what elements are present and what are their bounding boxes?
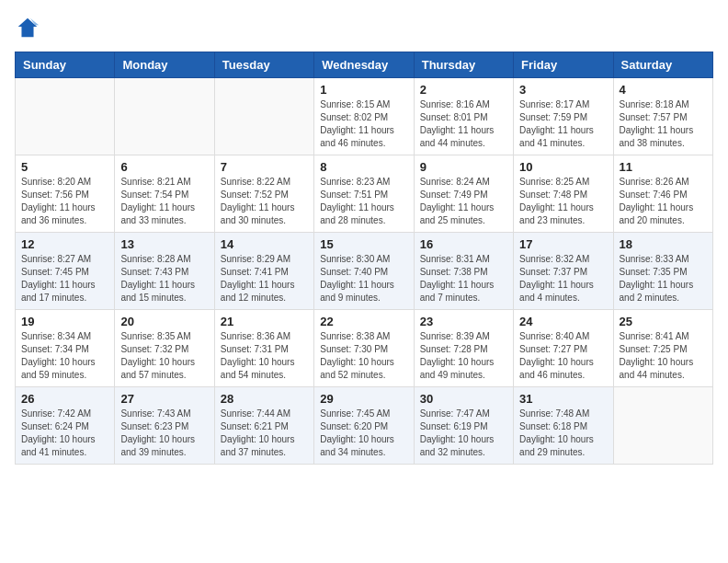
day-number: 9 <box>420 160 507 174</box>
calendar-cell: 31Sunrise: 7:48 AM Sunset: 6:18 PM Dayli… <box>514 387 613 465</box>
day-info: Sunrise: 8:32 AM Sunset: 7:37 PM Dayligh… <box>519 253 607 304</box>
svg-marker-0 <box>18 18 38 38</box>
day-info: Sunrise: 7:48 AM Sunset: 6:18 PM Dayligh… <box>519 408 607 459</box>
day-info: Sunrise: 7:45 AM Sunset: 6:20 PM Dayligh… <box>320 408 407 459</box>
calendar-cell: 17Sunrise: 8:32 AM Sunset: 7:37 PM Dayli… <box>514 233 613 310</box>
calendar-cell: 15Sunrise: 8:30 AM Sunset: 7:40 PM Dayli… <box>314 233 414 310</box>
calendar-cell <box>613 387 712 465</box>
day-number: 20 <box>120 315 208 328</box>
day-info: Sunrise: 7:44 AM Sunset: 6:21 PM Dayligh… <box>221 408 308 459</box>
day-number: 30 <box>420 392 507 406</box>
calendar-cell: 16Sunrise: 8:31 AM Sunset: 7:38 PM Dayli… <box>414 233 513 310</box>
day-info: Sunrise: 8:39 AM Sunset: 7:28 PM Dayligh… <box>420 330 507 382</box>
week-row-5: 26Sunrise: 7:42 AM Sunset: 6:24 PM Dayli… <box>16 387 713 465</box>
calendar-cell: 24Sunrise: 8:40 AM Sunset: 7:27 PM Dayli… <box>514 310 613 387</box>
day-info: Sunrise: 8:41 AM Sunset: 7:25 PM Dayligh… <box>620 330 707 382</box>
day-info: Sunrise: 8:36 AM Sunset: 7:31 PM Dayligh… <box>221 330 308 382</box>
day-info: Sunrise: 8:18 AM Sunset: 7:57 PM Dayligh… <box>620 98 707 150</box>
calendar-table: SundayMondayTuesdayWednesdayThursdayFrid… <box>15 52 713 465</box>
calendar-cell: 3Sunrise: 8:17 AM Sunset: 7:59 PM Daylig… <box>514 78 613 155</box>
day-number: 24 <box>519 315 607 328</box>
week-row-4: 19Sunrise: 8:34 AM Sunset: 7:34 PM Dayli… <box>16 310 713 387</box>
day-info: Sunrise: 8:34 AM Sunset: 7:34 PM Dayligh… <box>21 330 108 382</box>
weekday-header-tuesday: Tuesday <box>214 52 313 78</box>
weekday-header-row: SundayMondayTuesdayWednesdayThursdayFrid… <box>16 52 713 78</box>
day-number: 18 <box>620 237 707 251</box>
day-info: Sunrise: 8:23 AM Sunset: 7:51 PM Dayligh… <box>320 176 407 227</box>
day-number: 25 <box>620 315 707 328</box>
calendar-cell: 22Sunrise: 8:38 AM Sunset: 7:30 PM Dayli… <box>314 310 414 387</box>
calendar-cell: 30Sunrise: 7:47 AM Sunset: 6:19 PM Dayli… <box>414 387 513 465</box>
weekday-header-saturday: Saturday <box>613 52 712 78</box>
calendar-cell: 25Sunrise: 8:41 AM Sunset: 7:25 PM Dayli… <box>613 310 712 387</box>
calendar-cell: 19Sunrise: 8:34 AM Sunset: 7:34 PM Dayli… <box>16 310 115 387</box>
day-info: Sunrise: 8:16 AM Sunset: 8:01 PM Dayligh… <box>420 98 507 150</box>
calendar-cell: 13Sunrise: 8:28 AM Sunset: 7:43 PM Dayli… <box>115 233 214 310</box>
day-number: 19 <box>21 315 108 328</box>
day-info: Sunrise: 8:35 AM Sunset: 7:32 PM Dayligh… <box>120 330 208 382</box>
day-number: 16 <box>420 237 507 251</box>
calendar-cell: 12Sunrise: 8:27 AM Sunset: 7:45 PM Dayli… <box>16 233 115 310</box>
day-number: 6 <box>120 160 208 174</box>
calendar-cell: 10Sunrise: 8:25 AM Sunset: 7:48 PM Dayli… <box>514 155 613 233</box>
day-info: Sunrise: 8:38 AM Sunset: 7:30 PM Dayligh… <box>320 330 407 382</box>
calendar-cell: 6Sunrise: 8:21 AM Sunset: 7:54 PM Daylig… <box>115 155 214 233</box>
logo <box>15 15 44 40</box>
calendar-cell: 29Sunrise: 7:45 AM Sunset: 6:20 PM Dayli… <box>314 387 414 465</box>
day-number: 2 <box>420 83 507 97</box>
day-number: 21 <box>221 315 308 328</box>
day-number: 10 <box>519 160 607 174</box>
day-number: 15 <box>320 237 407 251</box>
calendar-cell <box>115 78 214 155</box>
calendar-cell: 5Sunrise: 8:20 AM Sunset: 7:56 PM Daylig… <box>16 155 115 233</box>
calendar-cell: 18Sunrise: 8:33 AM Sunset: 7:35 PM Dayli… <box>613 233 712 310</box>
day-number: 7 <box>221 160 308 174</box>
calendar-cell: 9Sunrise: 8:24 AM Sunset: 7:49 PM Daylig… <box>414 155 513 233</box>
day-info: Sunrise: 8:21 AM Sunset: 7:54 PM Dayligh… <box>120 176 208 227</box>
day-info: Sunrise: 8:26 AM Sunset: 7:46 PM Dayligh… <box>620 176 707 227</box>
day-info: Sunrise: 8:31 AM Sunset: 7:38 PM Dayligh… <box>420 253 507 304</box>
day-number: 1 <box>320 83 407 97</box>
day-number: 22 <box>320 315 407 328</box>
day-number: 14 <box>221 237 308 251</box>
day-number: 17 <box>519 237 607 251</box>
day-number: 5 <box>21 160 108 174</box>
day-info: Sunrise: 8:25 AM Sunset: 7:48 PM Dayligh… <box>519 176 607 227</box>
day-info: Sunrise: 8:27 AM Sunset: 7:45 PM Dayligh… <box>21 253 108 304</box>
day-info: Sunrise: 8:20 AM Sunset: 7:56 PM Dayligh… <box>21 176 108 227</box>
day-number: 12 <box>21 237 108 251</box>
calendar-cell: 1Sunrise: 8:15 AM Sunset: 8:02 PM Daylig… <box>314 78 414 155</box>
calendar-cell: 4Sunrise: 8:18 AM Sunset: 7:57 PM Daylig… <box>613 78 712 155</box>
day-number: 4 <box>620 83 707 97</box>
week-row-1: 1Sunrise: 8:15 AM Sunset: 8:02 PM Daylig… <box>16 78 713 155</box>
weekday-header-monday: Monday <box>115 52 214 78</box>
calendar-cell: 20Sunrise: 8:35 AM Sunset: 7:32 PM Dayli… <box>115 310 214 387</box>
day-info: Sunrise: 8:30 AM Sunset: 7:40 PM Dayligh… <box>320 253 407 304</box>
day-number: 23 <box>420 315 507 328</box>
calendar-cell: 23Sunrise: 8:39 AM Sunset: 7:28 PM Dayli… <box>414 310 513 387</box>
calendar-cell: 27Sunrise: 7:43 AM Sunset: 6:23 PM Dayli… <box>115 387 214 465</box>
calendar-cell: 8Sunrise: 8:23 AM Sunset: 7:51 PM Daylig… <box>314 155 414 233</box>
day-number: 26 <box>21 392 108 406</box>
day-number: 29 <box>320 392 407 406</box>
day-info: Sunrise: 7:42 AM Sunset: 6:24 PM Dayligh… <box>21 408 108 459</box>
day-info: Sunrise: 8:17 AM Sunset: 7:59 PM Dayligh… <box>519 98 607 150</box>
logo-icon <box>15 15 40 40</box>
day-number: 27 <box>120 392 208 406</box>
day-number: 8 <box>320 160 407 174</box>
day-info: Sunrise: 8:29 AM Sunset: 7:41 PM Dayligh… <box>221 253 308 304</box>
day-info: Sunrise: 8:15 AM Sunset: 8:02 PM Dayligh… <box>320 98 407 150</box>
weekday-header-sunday: Sunday <box>16 52 115 78</box>
calendar-cell: 28Sunrise: 7:44 AM Sunset: 6:21 PM Dayli… <box>214 387 313 465</box>
week-row-3: 12Sunrise: 8:27 AM Sunset: 7:45 PM Dayli… <box>16 233 713 310</box>
day-info: Sunrise: 8:28 AM Sunset: 7:43 PM Dayligh… <box>120 253 208 304</box>
day-number: 11 <box>620 160 707 174</box>
week-row-2: 5Sunrise: 8:20 AM Sunset: 7:56 PM Daylig… <box>16 155 713 233</box>
day-info: Sunrise: 8:24 AM Sunset: 7:49 PM Dayligh… <box>420 176 507 227</box>
day-number: 3 <box>519 83 607 97</box>
day-info: Sunrise: 7:47 AM Sunset: 6:19 PM Dayligh… <box>420 408 507 459</box>
weekday-header-wednesday: Wednesday <box>314 52 414 78</box>
weekday-header-friday: Friday <box>514 52 613 78</box>
calendar-cell: 11Sunrise: 8:26 AM Sunset: 7:46 PM Dayli… <box>613 155 712 233</box>
day-number: 31 <box>519 392 607 406</box>
